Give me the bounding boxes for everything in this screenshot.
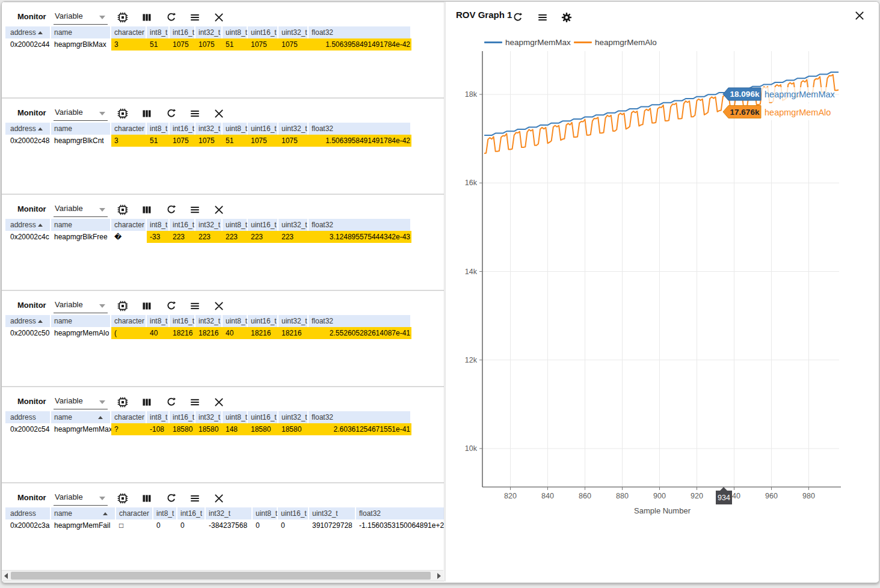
device-icon[interactable] bbox=[117, 204, 128, 215]
column-header-uint16_t[interactable]: uint16_t bbox=[248, 219, 277, 231]
column-header-uint8_t[interactable]: uint8_t bbox=[223, 315, 247, 327]
column-header-name[interactable]: name bbox=[51, 507, 115, 519]
device-icon[interactable] bbox=[117, 397, 128, 408]
columns-icon[interactable] bbox=[141, 204, 152, 215]
column-header-float32[interactable]: float32 bbox=[309, 315, 410, 327]
refresh-icon[interactable] bbox=[165, 397, 176, 408]
column-header-int8_t[interactable]: int8_t bbox=[153, 507, 176, 519]
column-header-uint16_t[interactable]: uint16_t bbox=[248, 411, 277, 423]
column-header-uint16_t[interactable]: uint16_t bbox=[248, 26, 277, 38]
column-header-character[interactable]: character bbox=[111, 411, 146, 423]
column-header-uint16_t[interactable]: uint16_t bbox=[248, 315, 277, 327]
menu-icon[interactable] bbox=[189, 397, 200, 408]
column-header-address[interactable]: address bbox=[5, 26, 50, 38]
column-header-int16_t[interactable]: int16_t bbox=[170, 315, 194, 327]
close-icon[interactable] bbox=[214, 397, 224, 408]
device-icon[interactable] bbox=[117, 12, 128, 23]
column-header-uint16_t[interactable]: uint16_t bbox=[248, 123, 277, 135]
column-header-int8_t[interactable]: int8_t bbox=[147, 26, 168, 38]
column-header-float32[interactable]: float32 bbox=[356, 507, 444, 519]
column-header-int8_t[interactable]: int8_t bbox=[147, 123, 168, 135]
column-header-int8_t[interactable]: int8_t bbox=[147, 315, 168, 327]
column-header-character[interactable]: character bbox=[111, 123, 146, 135]
table-row[interactable]: 0x20002c50heapmgrMemAlo(4018216182164018… bbox=[2, 327, 445, 339]
menu-icon[interactable] bbox=[189, 493, 200, 504]
device-icon[interactable] bbox=[117, 493, 128, 504]
variable-type-dropdown[interactable]: Variable bbox=[54, 298, 108, 313]
column-header-name[interactable]: name bbox=[51, 123, 110, 135]
column-header-int8_t[interactable]: int8_t bbox=[147, 219, 168, 231]
column-header-character[interactable]: character bbox=[111, 26, 146, 38]
columns-icon[interactable] bbox=[141, 397, 152, 408]
column-header-uint32_t[interactable]: uint32_t bbox=[309, 507, 355, 519]
column-header-uint8_t[interactable]: uint8_t bbox=[223, 123, 247, 135]
column-header-int32_t[interactable]: int32_t bbox=[195, 411, 221, 423]
column-header-address[interactable]: address bbox=[5, 123, 50, 135]
column-header-character[interactable]: character bbox=[111, 315, 146, 327]
chart-area[interactable]: 82084086088090092094096098010k12k14k16k1… bbox=[446, 2, 879, 543]
close-icon[interactable] bbox=[214, 301, 224, 311]
menu-icon[interactable] bbox=[189, 12, 200, 23]
column-header-float32[interactable]: float32 bbox=[309, 26, 410, 38]
column-header-uint8_t[interactable]: uint8_t bbox=[253, 507, 277, 519]
column-header-int32_t[interactable]: int32_t bbox=[206, 507, 251, 519]
close-icon[interactable] bbox=[214, 493, 224, 504]
column-header-uint32_t[interactable]: uint32_t bbox=[278, 26, 307, 38]
refresh-icon[interactable] bbox=[165, 301, 176, 311]
column-header-uint8_t[interactable]: uint8_t bbox=[223, 411, 247, 423]
column-header-character[interactable]: character bbox=[116, 507, 152, 519]
variable-type-dropdown[interactable]: Variable bbox=[54, 106, 108, 121]
column-header-address[interactable]: address bbox=[5, 411, 50, 423]
column-header-int16_t[interactable]: int16_t bbox=[170, 123, 194, 135]
column-header-uint32_t[interactable]: uint32_t bbox=[278, 411, 307, 423]
column-header-int8_t[interactable]: int8_t bbox=[147, 411, 168, 423]
column-header-address[interactable]: address bbox=[5, 507, 50, 519]
close-icon[interactable] bbox=[214, 108, 224, 119]
table-row[interactable]: 0x20002c44heapmgrBlkMax35110751075511075… bbox=[2, 38, 445, 51]
column-header-uint32_t[interactable]: uint32_t bbox=[278, 123, 307, 135]
columns-icon[interactable] bbox=[141, 493, 152, 504]
column-header-character[interactable]: character bbox=[111, 219, 146, 231]
column-header-int32_t[interactable]: int32_t bbox=[195, 315, 221, 327]
column-header-address[interactable]: address bbox=[5, 219, 50, 231]
column-header-int16_t[interactable]: int16_t bbox=[177, 507, 205, 519]
column-header-name[interactable]: name bbox=[51, 411, 110, 423]
columns-icon[interactable] bbox=[141, 12, 152, 23]
column-header-uint8_t[interactable]: uint8_t bbox=[223, 219, 247, 231]
table-row[interactable]: 0x20002c4cheapmgrBlkFree�-33223223223223… bbox=[2, 231, 445, 243]
table-row[interactable]: 0x20002c48heapmgrBlkCnt35110751075511075… bbox=[2, 135, 445, 147]
columns-icon[interactable] bbox=[141, 301, 152, 311]
scroll-left-icon[interactable] bbox=[4, 573, 8, 579]
menu-icon[interactable] bbox=[189, 301, 200, 311]
device-icon[interactable] bbox=[117, 301, 128, 311]
variable-type-dropdown[interactable]: Variable bbox=[54, 10, 108, 25]
refresh-icon[interactable] bbox=[165, 493, 176, 504]
column-header-int16_t[interactable]: int16_t bbox=[170, 411, 194, 423]
horizontal-scrollbar[interactable] bbox=[2, 570, 443, 581]
table-row[interactable]: 0x20002c3aheapmgrMemFail□00-384237568003… bbox=[2, 519, 445, 531]
column-header-address[interactable]: address bbox=[5, 315, 50, 327]
column-header-int32_t[interactable]: int32_t bbox=[195, 219, 221, 231]
close-icon[interactable] bbox=[214, 204, 224, 215]
menu-icon[interactable] bbox=[189, 108, 200, 119]
refresh-icon[interactable] bbox=[165, 12, 176, 23]
close-icon[interactable] bbox=[214, 12, 224, 23]
column-header-int32_t[interactable]: int32_t bbox=[195, 123, 221, 135]
refresh-icon[interactable] bbox=[165, 204, 176, 215]
column-header-name[interactable]: name bbox=[51, 26, 110, 38]
refresh-icon[interactable] bbox=[165, 108, 176, 119]
variable-type-dropdown[interactable]: Variable bbox=[54, 394, 108, 409]
column-header-int16_t[interactable]: int16_t bbox=[170, 219, 194, 231]
column-header-uint16_t[interactable]: uint16_t bbox=[278, 507, 308, 519]
column-header-uint32_t[interactable]: uint32_t bbox=[278, 219, 307, 231]
columns-icon[interactable] bbox=[141, 108, 152, 119]
column-header-float32[interactable]: float32 bbox=[309, 411, 410, 423]
column-header-uint8_t[interactable]: uint8_t bbox=[223, 26, 247, 38]
column-header-uint32_t[interactable]: uint32_t bbox=[278, 315, 307, 327]
menu-icon[interactable] bbox=[189, 204, 200, 215]
column-header-float32[interactable]: float32 bbox=[309, 123, 410, 135]
device-icon[interactable] bbox=[117, 108, 128, 119]
variable-type-dropdown[interactable]: Variable bbox=[54, 491, 108, 506]
scroll-right-icon[interactable] bbox=[437, 573, 441, 579]
table-row[interactable]: 0x20002c54heapmgrMemMax?-108185801858014… bbox=[2, 423, 445, 435]
